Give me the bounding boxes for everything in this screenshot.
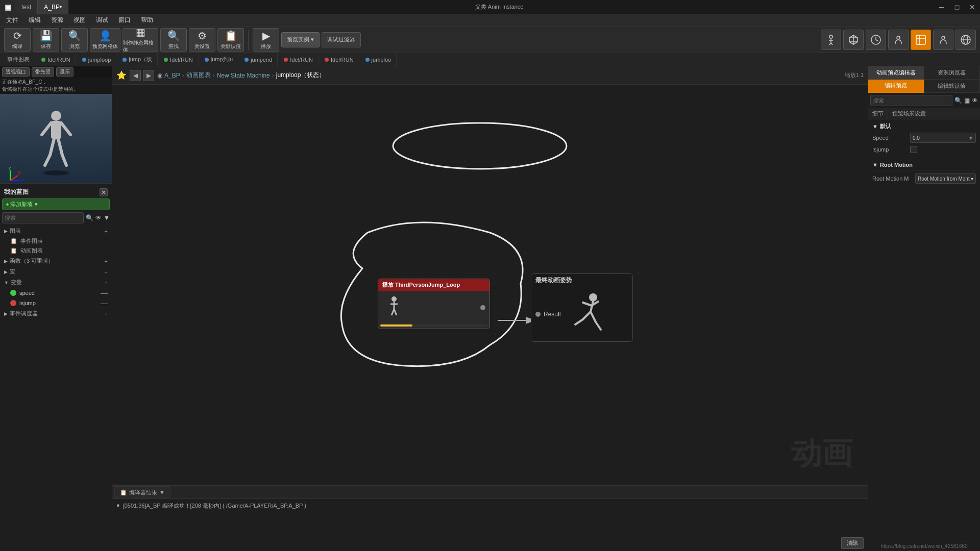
menu-help[interactable]: 帮助: [137, 15, 157, 26]
asset-browser-tab[interactable]: 资源浏览器: [924, 66, 981, 80]
anim-graph-item[interactable]: 📋 动画图表: [2, 246, 110, 256]
save-btn[interactable]: 💾 保存: [33, 28, 59, 52]
subtab-jump-to-ju-label: jump到ju: [211, 56, 233, 63]
default-section-header[interactable]: ▼ 默认: [870, 121, 978, 131]
subtab-idel-run-3[interactable]: Idel/RUN: [279, 54, 318, 66]
menu-view[interactable]: 视图: [69, 15, 90, 26]
final-pose-node[interactable]: 最终动画姿势 Result: [531, 273, 633, 342]
root-motion-dropdown[interactable]: Root Motion from Mont ▾: [915, 173, 976, 184]
menu-file[interactable]: 文件: [2, 15, 22, 26]
graphs-section-header[interactable]: ▶ 图表 +: [2, 226, 110, 236]
event-dispatcher-add-icon[interactable]: +: [105, 311, 108, 317]
close-btn[interactable]: ✕: [965, 0, 980, 14]
subtab-event-graph-label: 事件图表: [7, 56, 30, 63]
maximize-btn[interactable]: □: [949, 0, 965, 14]
right-search-input[interactable]: [870, 95, 952, 106]
breadcrumb-abp[interactable]: A_BP: [164, 72, 180, 79]
physics-btn[interactable]: [955, 30, 976, 50]
skeleton-btn[interactable]: [821, 30, 841, 50]
toolbar-separator-1: [248, 30, 249, 50]
isjump-checkbox[interactable]: [910, 146, 917, 153]
root-motion-section-header[interactable]: ▼ Root Motion: [872, 161, 976, 170]
isjump-variable-item[interactable]: isjump —: [2, 298, 110, 308]
viewport-preview: 透视视口 带光照 显示 正在预览A_BP_C，骨骼操作在这个模式中是禁用的。: [0, 66, 112, 184]
edit-defaults-tab[interactable]: 编辑默认值: [924, 80, 981, 93]
variables-add-icon[interactable]: +: [105, 280, 108, 286]
blueprints-collapse-btn[interactable]: ×: [100, 188, 108, 196]
perspective-btn[interactable]: 透视视口: [2, 67, 30, 77]
find-btn[interactable]: 🔍 查找: [160, 28, 187, 52]
add-new-btn[interactable]: + 添加新项 ▾: [2, 198, 110, 210]
anim-bp-preview-btn[interactable]: [888, 30, 909, 50]
right-eye-icon[interactable]: 👁: [972, 97, 978, 104]
subtab-jump-to-ju[interactable]: jump到ju: [200, 54, 238, 66]
compiler-results-tab[interactable]: 📋 编译器结果 ▼: [114, 486, 170, 498]
subtab-idel-run-4[interactable]: Idel/RUN: [320, 54, 359, 66]
event-graph-item[interactable]: 📋 事件图表: [2, 236, 110, 246]
macros-add-icon[interactable]: +: [105, 269, 108, 275]
filter-icon[interactable]: ▼: [104, 214, 110, 221]
svg-text:Y: Y: [8, 166, 11, 171]
debug-filter-btn[interactable]: 调试过滤器: [322, 32, 361, 47]
anim-preview-btn2[interactable]: [933, 30, 953, 50]
play-node[interactable]: 播放 ThirdPersonJump_Loop: [378, 279, 490, 329]
canvas-area[interactable]: 播放 ThirdPersonJump_Loop: [112, 85, 868, 485]
macros-arrow-icon: ▶: [4, 269, 8, 274]
lit-btn[interactable]: 带光照: [32, 67, 54, 77]
menu-edit[interactable]: 编辑: [24, 15, 45, 26]
subtab-jumploop[interactable]: jumploop: [77, 54, 117, 66]
preview-mesh-btn[interactable]: 👤 预览网格体: [90, 28, 120, 52]
minimize-btn[interactable]: ─: [934, 0, 949, 14]
functions-arrow-icon: ▶: [4, 259, 8, 264]
functions-add-icon[interactable]: +: [105, 258, 108, 264]
speed-prop-value[interactable]: 0.0 ▼: [910, 133, 976, 143]
mesh-btn[interactable]: [843, 30, 864, 50]
progress-bar: [380, 324, 487, 327]
forward-btn[interactable]: ▶: [143, 70, 154, 81]
browse-icon: 🔍: [68, 30, 81, 42]
preview-scene-tab[interactable]: 预览场景设置: [888, 108, 930, 119]
tab-abp[interactable]: A_BP•: [38, 0, 68, 14]
tab-test[interactable]: test: [15, 0, 38, 14]
detail-tabs: 编辑预览 编辑默认值: [868, 80, 980, 93]
graphs-add-icon[interactable]: +: [105, 228, 108, 234]
detail-tab-right[interactable]: 细节: [868, 108, 888, 119]
variables-section-header[interactable]: ▼ 变量 +: [2, 277, 110, 288]
subtab-jump-state[interactable]: jump（状: [117, 54, 158, 66]
speed-variable-item[interactable]: speed —: [2, 288, 110, 298]
compile-btn[interactable]: ⟳ 编译: [4, 28, 31, 52]
static-mesh-btn[interactable]: ▦ 制作静态网格体: [122, 28, 158, 52]
subtab-jumploo[interactable]: jumploo: [360, 54, 397, 66]
breadcrumb-animgraph[interactable]: 动画图表: [186, 71, 211, 80]
breadcrumb-statemachine[interactable]: New State Machine: [217, 72, 270, 79]
eye-icon[interactable]: 👁: [95, 214, 102, 221]
right-grid-icon[interactable]: ▦: [964, 97, 970, 104]
functions-section-header[interactable]: ▶ 函数（3 可重叫） +: [2, 256, 110, 266]
class-defaults-btn[interactable]: 📋 类默认值: [217, 28, 244, 52]
anim-btn[interactable]: [866, 30, 886, 50]
event-dispatcher-header[interactable]: ▶ 事件调度器 +: [2, 308, 110, 319]
subtab-idel-run-1[interactable]: Idel/RUN: [36, 54, 76, 66]
anim-preview-editor-tab[interactable]: 动画预览编辑器: [868, 66, 924, 80]
subtab-event-graph[interactable]: 事件图表: [2, 54, 35, 66]
macros-section-header[interactable]: ▶ 宏 +: [2, 266, 110, 277]
search-input[interactable]: [2, 212, 84, 223]
breadcrumb-sep-2: ›: [213, 72, 215, 79]
browse-btn[interactable]: 🔍 浏览: [61, 28, 88, 52]
play-btn[interactable]: ▶ 播放: [253, 28, 279, 52]
show-btn[interactable]: 显示: [56, 67, 74, 77]
svg-point-9: [897, 36, 900, 39]
menu-debug[interactable]: 调试: [92, 15, 112, 26]
class-settings-label: 类设置: [194, 43, 210, 50]
back-btn[interactable]: ◀: [130, 70, 141, 81]
class-settings-btn[interactable]: ⚙ 类设置: [189, 28, 215, 52]
clear-btn[interactable]: 清除: [841, 537, 864, 549]
subtab-idel-run-2[interactable]: Idel/RUN: [159, 54, 199, 66]
subtab-jumpend[interactable]: jumpend: [239, 54, 278, 66]
edit-preview-tab[interactable]: 编辑预览: [868, 80, 924, 93]
preview-instance-btn[interactable]: 预览实例 ▾: [281, 32, 320, 47]
menu-asset[interactable]: 资源: [47, 15, 67, 26]
star-icon: ⭐: [116, 70, 127, 80]
menu-window[interactable]: 窗口: [114, 15, 135, 26]
blueprint-btn[interactable]: [911, 30, 931, 50]
